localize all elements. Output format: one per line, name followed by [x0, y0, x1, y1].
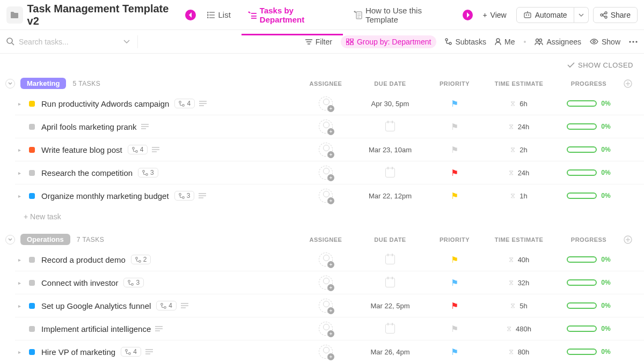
time-cell[interactable]: ⧖6h — [484, 99, 554, 108]
subtask-badge[interactable]: 3 — [174, 191, 195, 201]
col-progress[interactable]: PROGRESS — [554, 80, 624, 87]
subtask-badge[interactable]: 4 — [174, 99, 195, 108]
priority-cell[interactable]: ⚑ — [425, 191, 484, 201]
status-icon[interactable] — [29, 147, 35, 153]
priority-cell[interactable]: ⚑ — [425, 145, 484, 155]
progress-cell[interactable]: 0% — [554, 192, 624, 199]
assignee-cell[interactable] — [296, 143, 355, 157]
show-button[interactable]: Show — [590, 38, 620, 46]
new-task-button[interactable]: + New task — [0, 207, 644, 231]
time-cell[interactable]: ⧖80h — [484, 347, 554, 356]
assignee-cell[interactable] — [296, 120, 355, 134]
assignee-cell[interactable] — [296, 299, 355, 313]
status-icon[interactable] — [29, 303, 35, 309]
group-chip[interactable]: Marketing — [20, 78, 66, 89]
progress-cell[interactable]: 0% — [554, 302, 624, 309]
assignee-cell[interactable] — [296, 97, 355, 110]
assignee-cell[interactable] — [296, 189, 355, 203]
filter-button[interactable]: Filter — [305, 38, 332, 46]
due-date-cell[interactable]: Mar 22, 12pm — [355, 192, 425, 200]
add-column-icon[interactable] — [624, 79, 639, 88]
status-icon[interactable] — [29, 326, 35, 332]
expand-icon[interactable]: ▸ — [18, 303, 26, 309]
description-icon[interactable] — [152, 147, 159, 152]
page-title[interactable]: Task Management Template v2 — [27, 3, 177, 27]
expand-icon[interactable]: ▸ — [18, 280, 26, 286]
task-row[interactable]: ▸ Connect with investor 3 ⚑ ⧖32h 0% — [15, 271, 644, 294]
subtask-badge[interactable]: 4 — [121, 347, 141, 357]
col-priority[interactable]: PRIORITY — [425, 236, 484, 243]
progress-cell[interactable]: 0% — [554, 169, 624, 176]
due-date-cell[interactable] — [355, 168, 425, 177]
progress-cell[interactable]: 0% — [554, 146, 624, 153]
progress-cell[interactable]: 0% — [554, 348, 624, 355]
col-time-estimate[interactable]: TIME ESTIMATE — [484, 80, 554, 87]
col-progress[interactable]: PROGRESS — [554, 236, 624, 243]
tab-list[interactable]: List — [200, 6, 237, 24]
col-assignee[interactable]: ASSIGNEE — [296, 236, 355, 243]
show-closed-button[interactable]: SHOW CLOSED — [0, 54, 644, 75]
description-icon[interactable] — [141, 124, 149, 129]
progress-cell[interactable]: 0% — [554, 279, 624, 286]
status-icon[interactable] — [29, 193, 35, 199]
col-assignee[interactable]: ASSIGNEE — [296, 80, 355, 87]
folder-icon[interactable] — [6, 6, 23, 24]
time-cell[interactable]: ⧖2h — [484, 145, 554, 154]
status-icon[interactable] — [29, 101, 35, 107]
task-row[interactable]: ▸ Research the competition 3 ⚑ ⧖24h 0% — [15, 161, 644, 184]
assignee-cell[interactable] — [296, 276, 355, 290]
priority-cell[interactable]: ⚑ — [425, 255, 484, 265]
task-row[interactable]: ▸ April fools marketing prank ⚑ ⧖24h 0% — [15, 115, 644, 138]
me-button[interactable]: Me — [495, 38, 515, 46]
progress-cell[interactable]: 0% — [554, 256, 624, 263]
status-icon[interactable] — [29, 280, 35, 286]
tab-how-to-use[interactable]: How to Use this Template — [347, 2, 458, 28]
description-icon[interactable] — [155, 326, 163, 331]
time-cell[interactable]: ⧖480h — [484, 324, 554, 333]
priority-cell[interactable]: ⚑ — [425, 168, 484, 178]
expand-icon[interactable]: ▸ — [18, 170, 26, 176]
progress-cell[interactable]: 0% — [554, 100, 624, 107]
automate-caret[interactable] — [574, 7, 589, 23]
assignee-cell[interactable] — [296, 166, 355, 180]
due-date-cell[interactable]: Mar 23, 10am — [355, 146, 425, 154]
share-button[interactable]: Share — [593, 7, 638, 23]
priority-cell[interactable]: ⚑ — [425, 324, 484, 334]
subtasks-button[interactable]: Subtasks — [445, 38, 486, 46]
time-cell[interactable]: ⧖24h — [484, 168, 554, 177]
assignee-cell[interactable] — [296, 345, 355, 359]
time-cell[interactable]: ⧖5h — [484, 301, 554, 310]
nav-prev-icon[interactable] — [185, 10, 195, 20]
group-collapse-icon[interactable] — [5, 79, 15, 88]
description-icon[interactable] — [199, 101, 207, 106]
task-row[interactable]: ▸ Implement artificial intelligence ⚑ ⧖4… — [15, 317, 644, 340]
group-by-button[interactable]: Group by: Department — [341, 35, 437, 48]
time-cell[interactable]: ⧖1h — [484, 191, 554, 200]
expand-icon[interactable]: ▸ — [18, 257, 26, 263]
col-time-estimate[interactable]: TIME ESTIMATE — [484, 236, 554, 243]
subtask-badge[interactable]: 3 — [123, 278, 144, 287]
progress-cell[interactable]: 0% — [554, 123, 624, 130]
task-row[interactable]: ▸ Run productivity Adwords campaign 4 Ap… — [15, 92, 644, 115]
col-due-date[interactable]: DUE DATE — [355, 236, 425, 243]
status-icon[interactable] — [29, 170, 35, 176]
nav-next-icon[interactable] — [463, 10, 473, 20]
assignees-button[interactable]: Assignees — [535, 38, 581, 46]
time-cell[interactable]: ⧖40h — [484, 255, 554, 264]
time-cell[interactable]: ⧖32h — [484, 278, 554, 287]
group-chip[interactable]: Operations — [20, 234, 70, 245]
task-row[interactable]: ▸ Set up Google Analytics funnel 4 Mar 2… — [15, 294, 644, 317]
due-date-cell[interactable]: Mar 26, 4pm — [355, 348, 425, 356]
task-row[interactable]: ▸ Record a product demo 2 ⚑ ⧖40h 0% — [15, 248, 644, 271]
add-column-icon[interactable] — [624, 235, 639, 244]
priority-cell[interactable]: ⚑ — [425, 301, 484, 311]
group-collapse-icon[interactable] — [5, 235, 15, 245]
due-date-cell[interactable] — [355, 278, 425, 287]
subtask-badge[interactable]: 4 — [156, 301, 177, 310]
progress-cell[interactable]: 0% — [554, 325, 624, 332]
tab-tasks-by-department[interactable]: Tasks by Department — [241, 2, 343, 28]
task-row[interactable]: ▸ Organize monthly marketing budget 3 Ma… — [15, 184, 644, 207]
search-input[interactable] — [19, 38, 99, 46]
assignee-cell[interactable] — [296, 253, 355, 266]
task-row[interactable]: ▸ Write feature blog post 4 Mar 23, 10am… — [15, 138, 644, 161]
